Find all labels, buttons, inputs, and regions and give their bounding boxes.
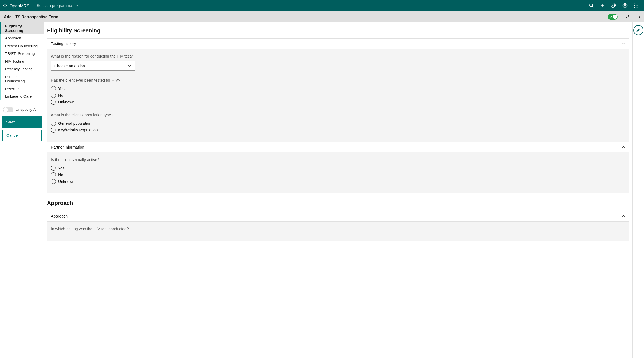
radio-label: No [58, 93, 63, 98]
section-header-approach[interactable]: Approach [47, 211, 629, 222]
nav-item-pretest-counselling[interactable]: Pretest Counselling [0, 42, 44, 50]
nav-item-hiv-testing[interactable]: HIV Testing [0, 58, 44, 65]
brand-logo-icon [2, 3, 8, 8]
section-header-partner-info[interactable]: Partner information [47, 142, 629, 152]
radio-tested-unknown[interactable]: Unknown [51, 99, 626, 105]
brand[interactable]: OpenMRS [1, 3, 30, 8]
section-title: Partner information [51, 145, 84, 149]
question-label: What is the reason for conducting the HI… [51, 54, 626, 58]
nav-item-referrals[interactable]: Referrals [0, 85, 44, 93]
section-header-testing-history[interactable]: Testing history [47, 38, 629, 49]
radio-tested-no[interactable]: No [51, 92, 626, 99]
chevron-down-icon [128, 64, 131, 68]
form-toggle[interactable] [608, 14, 618, 20]
radio-label: Yes [58, 166, 65, 170]
search-icon[interactable] [586, 0, 597, 11]
question-label: Is the client sexually active? [51, 157, 626, 162]
section-body-partner-info: Is the client sexually active? Yes No Un… [47, 152, 629, 193]
radio-icon [51, 172, 56, 177]
section-title: Approach [51, 214, 68, 218]
unspecify-all-control: Unspecify All [0, 106, 44, 115]
section-body-testing-history: What is the reason for conducting the HI… [47, 49, 629, 142]
radio-icon [51, 166, 56, 171]
hide-panel-button[interactable] [633, 11, 644, 22]
chevron-down-icon [75, 4, 79, 8]
radio-pop-key[interactable]: Key/Priority Population [51, 127, 626, 133]
svg-point-5 [636, 4, 637, 4]
form-sidebar: Eligibility Screening Approach Pretest C… [0, 22, 44, 358]
svg-point-4 [634, 4, 635, 4]
radio-active-unknown[interactable]: Unknown [51, 178, 626, 185]
svg-point-6 [638, 4, 638, 4]
divider [0, 103, 44, 103]
question-label: What is the client's population type? [51, 113, 626, 117]
edit-fab-button[interactable] [633, 25, 643, 35]
unspecify-all-toggle[interactable] [3, 107, 13, 112]
radio-pop-general[interactable]: General population [51, 120, 626, 127]
nav-item-label: HIV Testing [5, 59, 24, 64]
main: Eligibility Screening Approach Pretest C… [0, 22, 632, 358]
svg-point-9 [638, 5, 638, 6]
radio-icon [51, 179, 56, 184]
minimize-button[interactable] [622, 11, 633, 22]
radio-tested-yes[interactable]: Yes [51, 85, 626, 92]
chevron-up-icon [622, 145, 626, 149]
brand-text: OpenMRS [10, 3, 29, 8]
svg-point-10 [634, 7, 635, 8]
add-icon[interactable] [597, 0, 608, 11]
check-icon [609, 15, 617, 18]
cancel-button[interactable]: Cancel [2, 130, 42, 141]
nav-item-label: Recency Testing [5, 67, 33, 71]
nav-item-label: Eligibility Screening [5, 24, 41, 33]
page-heading-approach: Approach [47, 200, 629, 206]
radio-icon [51, 93, 56, 98]
radio-icon [51, 128, 56, 133]
save-button[interactable]: Save [2, 116, 42, 128]
nav-item-label: Referrals [5, 87, 20, 91]
chevron-up-icon [622, 42, 626, 46]
radio-label: Unknown [58, 179, 74, 184]
nav-item-label: TB/STI Screening [5, 51, 35, 56]
svg-point-12 [638, 7, 638, 8]
nav-item-approach[interactable]: Approach [0, 34, 44, 42]
programme-selector[interactable]: Select a programme [36, 2, 80, 10]
nav-item-label: Linkage to Care [5, 94, 32, 99]
radio-active-no[interactable]: No [51, 171, 626, 178]
programme-selector-label: Select a programme [37, 3, 72, 8]
nav-item-post-test-counselling[interactable]: Post Test Counselling [0, 73, 44, 85]
app-switcher-icon[interactable] [631, 0, 642, 11]
section-title: Testing history [51, 41, 76, 46]
nav-item-label: Post Test Counselling [5, 75, 41, 83]
form-header: Add HTS Retrospective Form [0, 11, 644, 22]
form-title: Add HTS Retrospective Form [4, 15, 608, 19]
question-label: In which setting was the HIV test conduc… [51, 227, 626, 231]
question-label: Has the client ever been tested for HIV? [51, 78, 626, 83]
nav-item-tb-sti-screening[interactable]: TB/STI Screening [0, 50, 44, 58]
section-body-approach: In which setting was the HIV test conduc… [47, 222, 629, 241]
global-header: OpenMRS Select a programme [0, 0, 644, 11]
svg-point-8 [636, 5, 637, 6]
radio-label: Unknown [58, 100, 74, 104]
svg-point-0 [4, 4, 6, 7]
nav-item-label: Pretest Counselling [5, 44, 38, 48]
user-avatar-icon[interactable] [619, 0, 631, 11]
radio-label: Yes [58, 86, 65, 91]
nav-item-linkage-to-care[interactable]: Linkage to Care [0, 93, 44, 100]
pencil-icon [636, 28, 641, 33]
radio-icon [51, 86, 56, 91]
svg-point-11 [636, 7, 637, 8]
svg-point-7 [634, 5, 635, 6]
nav-item-recency-testing[interactable]: Recency Testing [0, 65, 44, 73]
svg-point-1 [590, 4, 593, 7]
form-nav: Eligibility Screening Approach Pretest C… [0, 22, 44, 100]
radio-icon [51, 100, 56, 105]
page-heading: Eligibility Screening [47, 27, 629, 34]
tools-icon[interactable] [608, 0, 619, 11]
form-content: Eligibility Screening Testing history Wh… [44, 22, 632, 358]
radio-label: General population [58, 121, 91, 126]
radio-label: Key/Priority Population [58, 128, 98, 132]
nav-item-eligibility-screening[interactable]: Eligibility Screening [0, 22, 44, 34]
reason-dropdown[interactable]: Choose an option [51, 61, 135, 71]
radio-active-yes[interactable]: Yes [51, 165, 626, 171]
workspace: Eligibility Screening Approach Pretest C… [0, 22, 644, 358]
